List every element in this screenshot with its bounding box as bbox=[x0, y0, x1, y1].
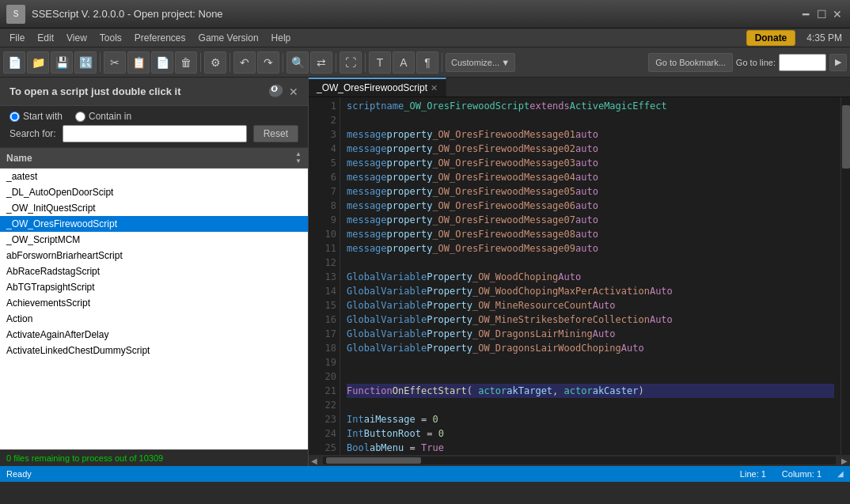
zoom-button[interactable]: ⛶ bbox=[340, 51, 362, 74]
menu-file[interactable]: File bbox=[3, 31, 31, 45]
format-btn3[interactable]: ¶ bbox=[416, 51, 438, 74]
line-number: 11 bbox=[312, 241, 336, 256]
scroll-down-arrow[interactable]: ▼ bbox=[295, 158, 302, 165]
code-line[interactable]: Int ButtonRoot = 0 bbox=[347, 426, 834, 441]
line-number: 9 bbox=[312, 213, 336, 227]
menu-help[interactable]: Help bbox=[265, 31, 298, 45]
hint-icons: 🎱 ✕ bbox=[268, 84, 298, 99]
horiz-left-arrow[interactable]: ◀ bbox=[309, 457, 320, 465]
close-button[interactable]: ✕ bbox=[831, 8, 844, 21]
reset-button[interactable]: Reset bbox=[253, 125, 298, 142]
menu-tools[interactable]: Tools bbox=[93, 31, 128, 45]
save-button[interactable]: 💾 bbox=[51, 51, 73, 74]
list-item[interactable]: abForswornBriarheartScript bbox=[0, 248, 308, 263]
code-line[interactable]: scriptname _OW_OresFirewoodScript extend… bbox=[347, 99, 834, 113]
copy-button[interactable]: 📋 bbox=[127, 51, 150, 74]
format-btn1[interactable]: T bbox=[369, 51, 391, 74]
menu-preferences[interactable]: Preferences bbox=[128, 31, 192, 45]
list-item[interactable]: _OW_InitQuestScript bbox=[0, 200, 308, 216]
format-btn2[interactable]: A bbox=[393, 51, 415, 74]
list-item[interactable]: AbTGTrapsightScript bbox=[0, 279, 308, 295]
paste-button[interactable]: 📄 bbox=[151, 51, 173, 74]
code-line[interactable]: GlobalVariable Property _OW_DragonsLairW… bbox=[347, 341, 834, 355]
code-line[interactable]: GlobalVariable Property _OW_WoodChoping … bbox=[347, 270, 834, 284]
list-item[interactable]: ActivateAgainAfterDelay bbox=[0, 327, 308, 343]
horiz-scroll-thumb[interactable] bbox=[326, 457, 421, 464]
minimize-button[interactable]: ━ bbox=[799, 8, 812, 21]
search-options: Start with Contain in Search for: Reset bbox=[0, 106, 308, 148]
list-item[interactable]: Action bbox=[0, 311, 308, 327]
line-number: 2 bbox=[312, 113, 336, 127]
code-line[interactable] bbox=[347, 256, 834, 270]
line-number: 13 bbox=[312, 270, 336, 284]
radio-contain-input[interactable] bbox=[75, 112, 85, 122]
resize-grip[interactable]: ◢ bbox=[837, 469, 844, 479]
scroll-up-arrow[interactable]: ▲ bbox=[295, 151, 302, 157]
titlebar: S SSEScript V. 2.0.0.0 - Open project: N… bbox=[0, 0, 850, 28]
code-line[interactable]: message property _OW_OresFirewoodMessage… bbox=[347, 142, 834, 156]
code-line[interactable]: GlobalVariable Property _OW_MineStrikesb… bbox=[347, 313, 834, 327]
list-item[interactable]: AchievementsScript bbox=[0, 295, 308, 311]
close-hint-button[interactable]: ✕ bbox=[289, 85, 298, 98]
script-list[interactable]: _aatest_DL_AutoOpenDoorScipt_OW_InitQues… bbox=[0, 169, 308, 449]
save-all-button[interactable]: 🔣 bbox=[74, 51, 97, 74]
code-line[interactable]: Function OnEffectStart( actor akTarget, … bbox=[347, 384, 834, 398]
find-button[interactable]: 🔍 bbox=[286, 51, 309, 74]
code-line[interactable]: message property _OW_OresFirewoodMessage… bbox=[347, 127, 834, 142]
code-line[interactable]: Int aiMessage = 0 bbox=[347, 412, 834, 426]
donate-button[interactable]: Donate bbox=[746, 30, 796, 46]
menu-game-version[interactable]: Game Version bbox=[192, 31, 265, 45]
horizontal-scrollbar[interactable]: ◀ ▶ bbox=[309, 455, 850, 466]
line-number: 12 bbox=[312, 256, 336, 270]
menu-view[interactable]: View bbox=[60, 31, 93, 45]
menu-edit[interactable]: Edit bbox=[31, 31, 60, 45]
list-item[interactable]: _DL_AutoOpenDoorScipt bbox=[0, 184, 308, 200]
customize-button[interactable]: Customize... ▼ bbox=[446, 53, 515, 72]
list-item[interactable]: ActivateLinkedChestDummyScript bbox=[0, 343, 308, 358]
new-button[interactable]: 📄 bbox=[3, 51, 25, 74]
replace-button[interactable]: ⇄ bbox=[310, 51, 332, 74]
delete-button[interactable]: 🗑 bbox=[175, 51, 197, 74]
horiz-right-arrow[interactable]: ▶ bbox=[839, 457, 850, 465]
code-line[interactable] bbox=[347, 355, 834, 369]
open-button[interactable]: 📁 bbox=[27, 51, 49, 74]
radio-start-with[interactable]: Start with bbox=[9, 111, 63, 122]
maximize-button[interactable]: ☐ bbox=[815, 8, 828, 21]
code-line[interactable]: message property _OW_OresFirewoodMessage… bbox=[347, 213, 834, 227]
undo-button[interactable]: ↶ bbox=[233, 51, 256, 74]
line-number: 18 bbox=[312, 341, 336, 355]
tab-close-button[interactable]: ✕ bbox=[431, 83, 438, 93]
code-line[interactable] bbox=[347, 369, 834, 384]
horiz-scroll-track[interactable] bbox=[323, 457, 836, 464]
radio-contain-in[interactable]: Contain in bbox=[75, 111, 131, 122]
code-content[interactable]: scriptname _OW_OresFirewoodScript extend… bbox=[340, 97, 841, 455]
search-input[interactable] bbox=[63, 125, 247, 142]
code-line[interactable]: GlobalVariable Property _OW_MineResource… bbox=[347, 298, 834, 313]
list-item[interactable]: _OW_ScriptMCM bbox=[0, 232, 308, 248]
radio-start-input[interactable] bbox=[9, 112, 20, 122]
code-line[interactable]: message property _OW_OresFirewoodMessage… bbox=[347, 227, 834, 241]
code-line[interactable]: message property _OW_OresFirewoodMessage… bbox=[347, 156, 834, 170]
list-item[interactable]: _aatest bbox=[0, 169, 308, 184]
line-number: 10 bbox=[312, 227, 336, 241]
scrollbar-thumb[interactable] bbox=[842, 105, 850, 169]
editor-scrollbar[interactable] bbox=[841, 97, 850, 455]
bookmark-button[interactable]: Go to Bookmark... bbox=[648, 53, 733, 72]
goto-line-input[interactable] bbox=[779, 54, 826, 71]
cut-button[interactable]: ✂ bbox=[104, 51, 126, 74]
code-line[interactable]: GlobalVariable Property _OW_DragonsLairM… bbox=[347, 327, 834, 341]
code-line[interactable]: message property _OW_OresFirewoodMessage… bbox=[347, 184, 834, 199]
active-tab[interactable]: _OW_OresFirewoodScript ✕ bbox=[309, 78, 446, 97]
goto-line-button[interactable]: ▶ bbox=[829, 54, 847, 71]
list-item[interactable]: _OW_OresFirewoodScript bbox=[0, 216, 308, 232]
redo-button[interactable]: ↷ bbox=[257, 51, 279, 74]
code-line[interactable]: GlobalVariable Property _OW_WoodChopingM… bbox=[347, 284, 834, 298]
code-line[interactable] bbox=[347, 113, 834, 127]
list-item[interactable]: AbRaceRadstagScript bbox=[0, 263, 308, 279]
code-line[interactable]: message property _OW_OresFirewoodMessage… bbox=[347, 170, 834, 184]
code-line[interactable] bbox=[347, 398, 834, 412]
code-line[interactable]: message property _OW_OresFirewoodMessage… bbox=[347, 241, 834, 256]
code-line[interactable]: message property _OW_OresFirewoodMessage… bbox=[347, 199, 834, 213]
code-line[interactable]: Bool abMenu = True bbox=[347, 441, 834, 455]
compile-button[interactable]: ⚙ bbox=[204, 51, 226, 74]
